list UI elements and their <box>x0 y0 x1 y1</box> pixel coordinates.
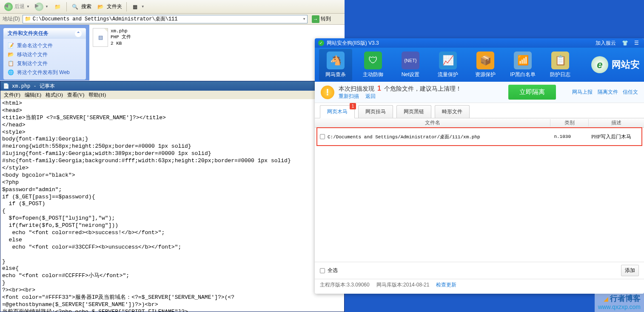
shirt-icon[interactable]: 👕 <box>620 39 630 47</box>
notepad-titlebar[interactable]: 📄 xm.php - 记事本 <box>0 81 344 91</box>
chart-icon: 📈 <box>439 52 457 69</box>
folder-icon: 📁 <box>25 16 31 22</box>
go-label: 转到 <box>321 15 331 23</box>
tool-iplist[interactable]: 📶IP黑白名单 <box>506 49 539 81</box>
menu-file[interactable]: 文件(F) <box>2 91 22 100</box>
go-button[interactable]: → 转到 <box>310 14 333 24</box>
top-links: 网马上报 隔离文件 信任文 <box>569 89 638 96</box>
task-item-move[interactable]: 📂移动这个文件 <box>8 50 82 59</box>
quarantine-link[interactable]: 隔离文件 <box>598 89 618 95</box>
up-button[interactable]: 📁 <box>52 2 64 12</box>
task-panel: 文件和文件夹任务 ⌃ 📝重命名这个文件 📂移动这个文件 📋复制这个文件 🌐将这个… <box>3 28 86 80</box>
tool-resource[interactable]: 📦资源保护 <box>469 49 502 81</box>
table-body-highlighted: C:/Documents and Settings/Administrator/… <box>316 127 642 146</box>
brand-icon: e <box>591 56 608 73</box>
secapp-titlebar[interactable]: ✓ 网站安全狗(IIS版) V3.3 加入服云 👕 ☰ <box>315 38 644 48</box>
check-update-link[interactable]: 检查更新 <box>436 281 456 289</box>
search-label: 搜索 <box>81 3 91 10</box>
isolate-button[interactable]: 立即隔离 <box>508 85 556 100</box>
report-link[interactable]: 网马上报 <box>572 89 593 95</box>
tab-label: 畸形文件 <box>442 109 462 114</box>
tab-label: 网页挂马 <box>365 109 386 114</box>
trust-link[interactable]: 信任文 <box>623 89 638 95</box>
table-header: 文件名 类别 描述 <box>315 118 644 128</box>
view-button[interactable]: ▦ ▼ <box>129 2 146 12</box>
go-icon: → <box>312 15 319 23</box>
menu-format[interactable]: 格式(O) <box>44 91 65 100</box>
add-button[interactable]: 添加 <box>621 265 639 276</box>
td-desc: PHP写入后门木马 <box>584 133 639 140</box>
table-row[interactable]: C:/Documents and Settings/Administrator/… <box>317 128 641 145</box>
task-label: 移动这个文件 <box>17 51 48 58</box>
tool-defense[interactable]: 🛡主动防御 <box>356 49 390 81</box>
menu-icon[interactable]: ☰ <box>633 39 641 47</box>
bottom-bar: 全选 添加 <box>315 262 644 279</box>
horse-icon: 🐴 <box>327 52 345 69</box>
tool-scan[interactable]: 🐴网马查杀 <box>319 49 352 81</box>
notepad-icon: 📄 <box>3 83 9 89</box>
tool-label: IP黑白名单 <box>510 71 535 78</box>
collapse-icon[interactable]: ⌃ <box>75 30 82 37</box>
menu-view[interactable]: 查看(V) <box>66 91 86 100</box>
address-label: 地址(D) <box>3 15 20 23</box>
menu-help[interactable]: 帮助(H) <box>87 91 108 100</box>
task-panel-title: 文件和文件夹任务 <box>8 30 48 37</box>
chevron-down-icon[interactable]: ▼ <box>303 17 305 21</box>
router-icon: 📶 <box>514 52 532 69</box>
addressbar: 地址(D) 📁 C:\Documents and Settings\Admini… <box>0 14 345 25</box>
file-area[interactable]: ▤ xm.php PHP 文件 2 KB <box>89 25 345 80</box>
box-icon: 📦 <box>476 52 494 69</box>
task-label: 将这个文件发布到 Web <box>17 69 70 76</box>
scan-text: 本次扫描发现 1 个危险文件，建议马上清理！ 重新扫描 返回 <box>339 85 504 100</box>
select-all-label[interactable]: 全选 <box>328 267 338 274</box>
brand-text: 网站安 <box>612 58 640 71</box>
watermark-cn: 行者博客 <box>610 294 641 303</box>
address-input[interactable]: 📁 C:\Documents and Settings\Administrato… <box>23 15 308 23</box>
row-checkbox[interactable] <box>320 134 325 139</box>
th-filename[interactable]: 文件名 <box>315 119 550 126</box>
menu-edit[interactable]: 编辑(E) <box>23 91 43 100</box>
th-desc[interactable]: 描述 <box>589 119 644 126</box>
rename-icon: 📝 <box>8 43 14 49</box>
select-all-checkbox[interactable] <box>320 268 325 273</box>
task-item-publish[interactable]: 🌐将这个文件发布到 Web <box>8 68 82 77</box>
copy-icon: 📋 <box>8 60 14 67</box>
tab-iframe[interactable]: 网页挂马 <box>358 105 393 118</box>
tab-malformed[interactable]: 畸形文件 <box>435 105 470 118</box>
forward-icon: ▶ <box>35 3 43 11</box>
scan-prefix: 本次扫描发现 <box>339 85 374 92</box>
move-icon: 📂 <box>8 52 14 58</box>
tool-label: 主动防御 <box>363 71 383 78</box>
back-label: 后退 <box>14 3 25 10</box>
task-panel-header[interactable]: 文件和文件夹任务 ⌃ <box>3 28 86 39</box>
forward-button: ▶ ▼ <box>33 2 50 12</box>
th-category[interactable]: 类别 <box>550 119 589 126</box>
tool-log[interactable]: 📋防护日志 <box>544 49 577 81</box>
back-button[interactable]: ◀ 后退 ▼ <box>3 2 31 12</box>
tab-blacklink[interactable]: 网页黑链 <box>396 105 431 118</box>
tabs-row: 网页木马 1 网页挂马 网页黑链 畸形文件 <box>315 103 644 118</box>
address-path: C:\Documents and Settings\Administrator\… <box>33 15 178 23</box>
tab-webshell[interactable]: 网页木马 1 <box>320 105 355 118</box>
task-item-copy[interactable]: 📋复制这个文件 <box>8 59 82 68</box>
file-info: xm.php PHP 文件 2 KB <box>111 28 131 47</box>
td-category: n.1030 <box>545 134 584 139</box>
folders-button[interactable]: 📂 文件夹 <box>95 2 124 12</box>
td-filename: C:/Documents and Settings/Administrator/… <box>328 134 480 140</box>
shield-icon: 🛡 <box>364 52 382 69</box>
back-link[interactable]: 返回 <box>365 93 376 99</box>
tool-traffic[interactable]: 📈流量保护 <box>431 49 464 81</box>
back-icon: ◀ <box>4 3 13 11</box>
tool-net[interactable]: {NET}Net设置 <box>394 49 427 81</box>
cloud-link[interactable]: 加入服云 <box>594 39 618 48</box>
notepad-title-text: xm.php - 记事本 <box>12 83 55 90</box>
rescan-link[interactable]: 重新扫描 <box>339 93 359 99</box>
task-item-rename[interactable]: 📝重命名这个文件 <box>8 41 82 50</box>
chevron-down-icon: ▼ <box>141 5 145 9</box>
notepad-content[interactable]: <html> <head> <title>当前IP <?=$_SERVER['S… <box>0 99 344 312</box>
file-item[interactable]: ▤ xm.php PHP 文件 2 KB <box>92 27 168 48</box>
search-button[interactable]: 🔍 搜索 <box>69 2 93 12</box>
app-icon: ✓ <box>318 40 324 46</box>
net-icon: {NET} <box>402 52 419 69</box>
watermark-url: www.qxzxp.com <box>598 303 641 310</box>
